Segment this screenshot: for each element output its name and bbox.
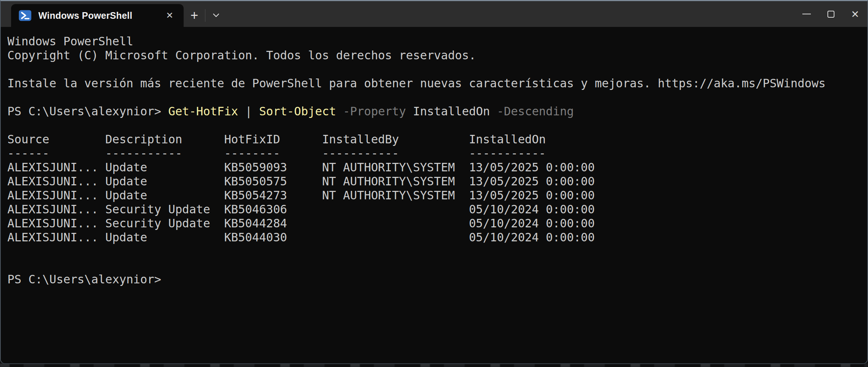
row-hotfixid: KB5044284 (224, 216, 322, 230)
row-source: ALEXISJUNI... (7, 188, 105, 202)
terminal-blank-line (7, 118, 862, 132)
close-icon: ✕ (851, 9, 860, 19)
minimize-button[interactable] (794, 1, 819, 27)
row-installedby: NT AUTHORITY\SYSTEM (322, 160, 469, 174)
column-header-installedon: InstalledOn (469, 132, 546, 146)
row-description: Update (105, 174, 224, 188)
column-header-hotfixid: HotFixID (224, 132, 322, 146)
row-installedby: NT AUTHORITY\SYSTEM (322, 174, 469, 188)
banner-line-2: Copyright (C) Microsoft Corporation. Tod… (7, 48, 862, 62)
row-installedby: NT AUTHORITY\SYSTEM (322, 188, 469, 202)
minimize-icon (802, 14, 811, 14)
tab-windows-powershell[interactable]: Windows PowerShell ✕ (11, 4, 184, 27)
command-line: PS C:\Users\alexynior> Get-HotFix | Sort… (7, 104, 862, 118)
row-description: Update (105, 230, 224, 244)
row-hotfixid: KB5050575 (224, 174, 322, 188)
row-installedon: 13/05/2025 0:00:00 (469, 188, 595, 202)
row-description: Update (105, 188, 224, 202)
close-button[interactable]: ✕ (843, 1, 867, 27)
update-notice-line: Instale la versión más reciente de Power… (7, 76, 862, 90)
caption-buttons: ✕ (794, 1, 867, 27)
row-hotfixid: KB5054273 (224, 188, 322, 202)
plus-icon: + (190, 8, 198, 23)
prompt-text: PS C:\Users\alexynior> (7, 273, 161, 286)
row-description: Update (105, 160, 224, 174)
terminal-blank-line (7, 258, 862, 272)
row-installedon: 05/10/2024 0:00:00 (469, 230, 595, 244)
prompt-text: PS C:\Users\alexynior> (7, 105, 168, 118)
pipe-symbol: | (238, 105, 259, 118)
table-row: ALEXISJUNI...Security UpdateKB504428405/… (7, 216, 862, 230)
underline-installedon: ----------- (469, 146, 546, 160)
row-source: ALEXISJUNI... (7, 202, 105, 216)
row-installedon: 13/05/2025 0:00:00 (469, 160, 595, 174)
column-header-source: Source (7, 132, 105, 146)
tab-dropdown-button[interactable] (205, 4, 227, 27)
terminal-blank-line (7, 90, 862, 104)
powershell-icon (18, 9, 32, 22)
table-row: ALEXISJUNI...UpdateKB5050575NT AUTHORITY… (7, 174, 862, 188)
table-row: ALEXISJUNI...UpdateKB504403005/10/2024 0… (7, 230, 862, 244)
tab-close-icon[interactable]: ✕ (162, 8, 177, 23)
underline-hotfixid: -------- (224, 146, 322, 160)
table-row: ALEXISJUNI...UpdateKB5059093NT AUTHORITY… (7, 160, 862, 174)
parameter-descending: -Descending (490, 105, 574, 118)
new-tab-button[interactable]: + (184, 4, 205, 27)
row-installedon: 13/05/2025 0:00:00 (469, 174, 595, 188)
tab-title: Windows PowerShell (38, 10, 162, 21)
current-prompt-line[interactable]: PS C:\Users\alexynior> (7, 272, 862, 286)
terminal-blank-line (7, 244, 862, 258)
parameter-property: -Property (336, 105, 406, 118)
row-hotfixid: KB5059093 (224, 160, 322, 174)
underline-source: ------ (7, 146, 105, 160)
table-row: ALEXISJUNI...UpdateKB5054273NT AUTHORITY… (7, 188, 862, 202)
row-hotfixid: KB5046306 (224, 202, 322, 216)
table-row: ALEXISJUNI...Security UpdateKB504630605/… (7, 202, 862, 216)
underline-installedby: ----------- (322, 146, 469, 160)
row-installedon: 05/10/2024 0:00:00 (469, 202, 595, 216)
row-description: Security Update (105, 216, 224, 230)
terminal-window: Windows PowerShell ✕ + ✕ Windows Power (0, 0, 868, 364)
row-installedon: 05/10/2024 0:00:00 (469, 216, 595, 230)
maximize-button[interactable] (819, 1, 843, 27)
table-underline-row: ----------------------------------------… (7, 146, 862, 160)
terminal-content[interactable]: Windows PowerShell Copyright (C) Microso… (1, 27, 867, 363)
command-get-hotfix: Get-HotFix (168, 105, 238, 118)
column-header-description: Description (105, 132, 224, 146)
command-sort-object: Sort-Object (259, 105, 336, 118)
terminal-blank-line (7, 62, 862, 76)
row-source: ALEXISJUNI... (7, 230, 105, 244)
chevron-down-icon (213, 13, 219, 18)
row-hotfixid: KB5044030 (224, 230, 322, 244)
underline-description: ----------- (105, 146, 224, 160)
row-source: ALEXISJUNI... (7, 174, 105, 188)
row-description: Security Update (105, 202, 224, 216)
argument-installedon: InstalledOn (406, 105, 490, 118)
table-header-row: SourceDescriptionHotFixIDInstalledByInst… (7, 132, 862, 146)
banner-line-1: Windows PowerShell (7, 34, 862, 48)
row-source: ALEXISJUNI... (7, 216, 105, 230)
row-source: ALEXISJUNI... (7, 160, 105, 174)
column-header-installedby: InstalledBy (322, 132, 469, 146)
maximize-icon (827, 11, 834, 18)
titlebar[interactable]: Windows PowerShell ✕ + ✕ (1, 1, 867, 27)
